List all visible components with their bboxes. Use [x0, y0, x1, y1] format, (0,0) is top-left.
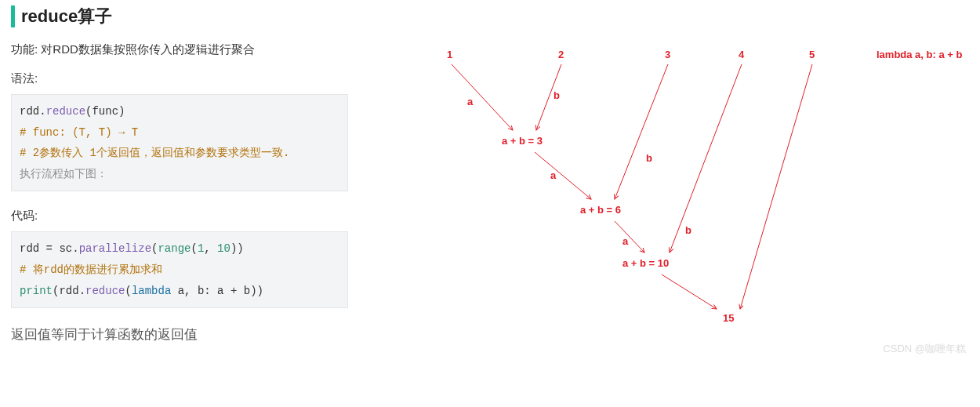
watermark: CSDN @咖喱年糕: [883, 342, 966, 356]
diagram-label-a: a: [550, 169, 556, 181]
diagram-input-3: 3: [665, 49, 670, 60]
code-line: 执行流程如下图：: [20, 164, 339, 185]
diagram-input-2: 2: [558, 49, 564, 60]
section-heading: reduce算子: [11, 5, 969, 28]
diagram-arrows: [356, 42, 967, 356]
diagram-final: 15: [723, 312, 734, 324]
code-line: rdd = sc.parallelize(range(1, 10)): [20, 238, 339, 260]
diagram-label-b: b: [685, 224, 691, 236]
diagram-label-a: a: [622, 235, 628, 247]
syntax-label: 语法:: [11, 71, 348, 86]
svg-line-5: [670, 64, 742, 253]
diagram-label-b: b: [646, 152, 652, 164]
footer-note: 返回值等同于计算函数的返回值: [11, 325, 348, 343]
svg-line-6: [662, 274, 717, 309]
diagram-input-1: 1: [447, 49, 452, 60]
diagram-input-4: 4: [739, 49, 744, 60]
code-line: # 2参数传入 1个返回值，返回值和参数要求类型一致.: [20, 143, 339, 164]
code-line: print(rdd.reduce(lambda a, b: a + b)): [20, 281, 339, 302]
svg-line-0: [452, 64, 513, 130]
diagram-label-a: a: [467, 96, 473, 107]
heading-text: reduce算子: [21, 5, 112, 28]
svg-line-7: [740, 64, 812, 309]
svg-line-3: [615, 64, 668, 199]
syntax-code-block: rdd.reduce(func) # func: (T, T) → T # 2参…: [11, 94, 348, 191]
code-line: # 将rdd的数据进行累加求和: [20, 260, 339, 281]
left-column: 功能: 对RDD数据集按照你传入的逻辑进行聚合 语法: rdd.reduce(f…: [11, 42, 348, 343]
example-code-block: rdd = sc.parallelize(range(1, 10)) # 将rd…: [11, 231, 348, 308]
diagram-lambda: lambda a, b: a + b: [877, 49, 962, 60]
heading-accent-bar: [11, 5, 15, 27]
diagram-step-3: a + b = 10: [622, 257, 669, 269]
diagram-step-2: a + b = 6: [580, 204, 621, 216]
svg-line-2: [535, 152, 591, 199]
diagram-step-1: a + b = 3: [502, 135, 543, 147]
code-line: # func: (T, T) → T: [20, 122, 339, 144]
description-text: 功能: 对RDD数据集按照你传入的逻辑进行聚合: [11, 42, 348, 57]
code-line: rdd.reduce(func): [20, 101, 339, 122]
diagram-label-b: b: [554, 89, 560, 101]
code-label: 代码:: [11, 209, 348, 223]
reduce-diagram: 1 2 3 4 5 lambda a, b: a + b a b a + b =…: [356, 42, 967, 356]
diagram-input-5: 5: [809, 49, 815, 60]
svg-line-4: [615, 221, 644, 253]
